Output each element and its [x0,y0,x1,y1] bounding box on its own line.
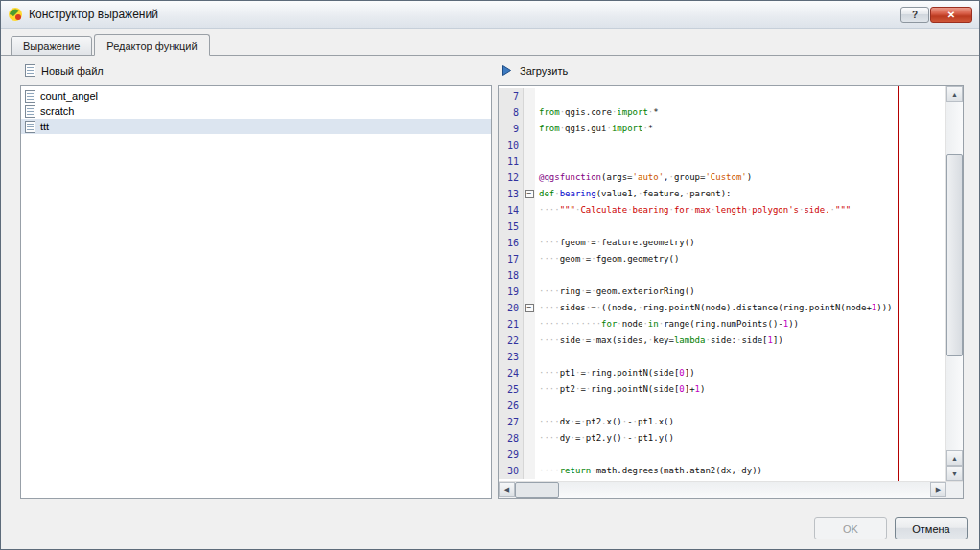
cancel-button[interactable]: Отмена [895,517,968,539]
line-number: 10 [499,137,524,153]
close-button[interactable]: ✕ [930,7,972,23]
fold-margin [524,121,535,137]
fold-margin [524,88,535,104]
code-text [535,349,945,365]
new-file-label: Новый файл [41,65,104,77]
code-text [535,137,945,153]
code-line[interactable]: 20−····sides·=·((node,·ring.pointN(node)… [499,300,945,316]
code-text: ····fgeom·=·feature.geometry() [535,235,945,251]
fold-marker-icon[interactable]: − [525,190,534,198]
fold-margin [524,284,535,300]
code-text: ····return·math.degrees(math.atan2(dx,·d… [535,463,945,479]
line-number: 9 [499,121,524,137]
code-line[interactable]: 29 [499,447,945,463]
horizontal-scroll-thumb[interactable] [515,482,559,498]
line-number: 27 [499,414,524,430]
window-title: Конструктор выражений [29,8,900,21]
load-icon [501,64,514,77]
file-item[interactable]: scratch [21,103,491,119]
code-text: ····pt1·=·ring.pointN(side[0]) [535,365,945,381]
scroll-right-button[interactable]: ▶ [930,482,946,497]
code-line[interactable]: 21············for·node·in·range(ring.num… [499,316,945,332]
line-number: 8 [499,104,524,121]
fold-margin [524,430,535,447]
scroll-up-button-bottom[interactable]: ▲ [946,450,963,466]
line-number: 24 [499,365,524,381]
code-lines: 78from·qgis.core·import·*9from·qgis.gui·… [499,86,945,479]
fold-margin [524,332,535,349]
vertical-scroll-track[interactable] [946,102,963,450]
code-line[interactable]: 13−def·bearing(value1,·feature,·parent): [499,186,945,202]
code-area[interactable]: 78from·qgis.core·import·*9from·qgis.gui·… [499,86,945,481]
code-text: from·qgis.gui·import·* [535,121,945,137]
code-text: ····dx·=·pt2.x()·-·pt1.x() [535,414,945,430]
file-item[interactable]: count_angel [21,88,491,103]
file-icon [25,90,35,103]
code-line[interactable]: 10 [499,137,945,153]
file-name: ttt [40,121,49,132]
code-line[interactable]: 23 [499,349,945,365]
code-line[interactable]: 26 [499,398,945,414]
code-line[interactable]: 9from·qgis.gui·import·* [499,121,945,137]
code-line[interactable]: 22····side·=·max(sides,·key=lambda·side:… [499,332,945,349]
line-number: 29 [499,447,524,463]
line-number: 11 [499,153,524,170]
line-number: 15 [499,218,524,235]
edge-marker [898,86,899,481]
scroll-left-button[interactable]: ◀ [499,482,515,497]
file-list[interactable]: count_angelscratchttt [20,85,492,499]
code-line[interactable]: 25····pt2·=·ring.pointN(side[0]+1) [499,381,945,398]
expression-builder-dialog: Конструктор выражений ? ✕ Выражение Реда… [0,0,980,550]
file-icon [25,105,35,118]
horizontal-scrollbar[interactable]: ◀ ▶ [499,481,963,498]
vertical-scrollbar[interactable]: ▲ ▲ ▼ [945,86,963,481]
tab-function-editor[interactable]: Редактор функций [94,34,209,56]
code-line[interactable]: 16····fgeom·=·feature.geometry() [499,235,945,251]
code-line[interactable]: 27····dx·=·pt2.x()·-·pt1.x() [499,414,945,430]
code-line[interactable]: 17····geom·=·fgeom.geometry() [499,251,945,267]
code-line[interactable]: 19····ring·=·geom.exteriorRing() [499,284,945,300]
code-line[interactable]: 11 [499,153,945,170]
scroll-up-button[interactable]: ▲ [946,86,963,102]
file-name: count_angel [40,90,98,102]
window-controls: ? ✕ [900,7,972,23]
code-line[interactable]: 28····dy·=·pt2.y()·-·pt1.y() [499,430,945,447]
fold-margin [524,170,535,186]
load-button[interactable]: Загрузить [496,61,572,80]
code-line[interactable]: 14····"""·Calculate·bearing·for·max·leng… [499,202,945,218]
code-line[interactable]: 12@qgsfunction(args='auto',·group='Custo… [499,170,945,186]
scroll-down-button[interactable]: ▼ [946,466,963,481]
ok-button[interactable]: OK [814,517,887,539]
function-editor: 78from·qgis.core·import·*9from·qgis.gui·… [498,85,964,499]
code-text [535,153,945,170]
code-line[interactable]: 8from·qgis.core·import·* [499,104,945,121]
code-text: ····pt2·=·ring.pointN(side[0]+1) [535,381,945,398]
editor-main: 78from·qgis.core·import·*9from·qgis.gui·… [499,86,963,481]
load-label: Загрузить [520,65,568,77]
help-button[interactable]: ? [900,7,929,23]
fold-margin [524,463,535,479]
code-line[interactable]: 15 [499,218,945,235]
file-item[interactable]: ttt [21,119,491,134]
code-text: @qgsfunction(args='auto',·group='Custom'… [535,170,945,186]
fold-marker-icon[interactable]: − [525,304,534,312]
title-bar[interactable]: Конструктор выражений ? ✕ [1,1,979,29]
line-number: 25 [499,381,524,398]
line-number: 30 [499,463,524,479]
horizontal-scroll-track[interactable] [515,482,930,498]
fold-margin [524,316,535,332]
line-number: 23 [499,349,524,365]
new-file-button[interactable]: Новый файл [20,61,108,80]
code-line[interactable]: 18 [499,267,945,284]
code-line[interactable]: 24····pt1·=·ring.pointN(side[0]) [499,365,945,381]
line-number: 22 [499,332,524,349]
line-number: 28 [499,430,524,447]
vertical-scroll-thumb[interactable] [946,154,963,356]
code-line[interactable]: 30····return·math.degrees(math.atan2(dx,… [499,463,945,479]
code-text [535,218,945,235]
fold-margin [524,398,535,414]
code-line[interactable]: 7 [499,88,945,104]
line-number: 14 [499,202,524,218]
line-number: 19 [499,284,524,300]
tab-expression[interactable]: Выражение [11,36,92,56]
